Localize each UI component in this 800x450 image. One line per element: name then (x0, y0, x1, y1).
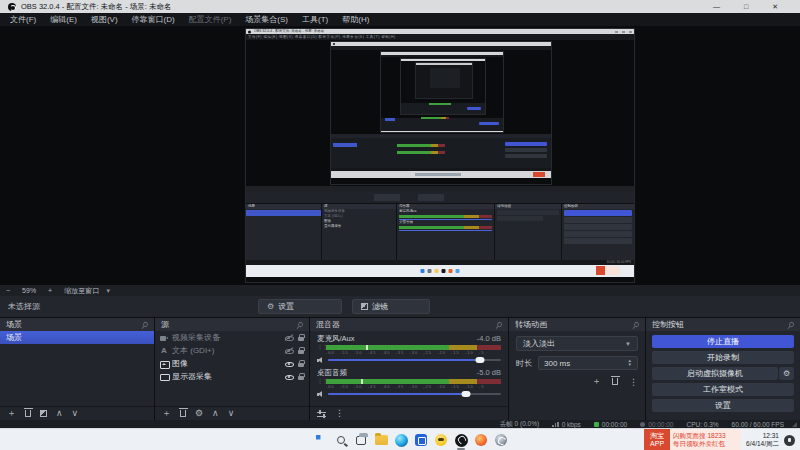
source-properties-button[interactable]: ⚙ 设置 (258, 299, 342, 314)
chevron-down-icon[interactable]: ▼ (105, 288, 111, 294)
orange-app-icon[interactable] (472, 430, 490, 450)
move-scene-up-button chevron-up-icon[interactable]: ∧ (56, 409, 63, 418)
meter-yellow-zone (449, 345, 477, 350)
pin-icon[interactable] (788, 321, 795, 328)
obs-app-icon[interactable] (452, 430, 470, 450)
slider-handle[interactable] (462, 391, 471, 397)
pin-icon[interactable] (633, 321, 640, 328)
visibility-toggle eye-off-icon[interactable] (285, 347, 294, 355)
menu-view[interactable]: 视图(V) (84, 13, 125, 26)
mixer-settings-button sliders-icon[interactable] (317, 410, 326, 418)
menu-profile[interactable]: 配置文件(P) (182, 13, 239, 26)
visibility-toggle eye-off-icon[interactable] (285, 334, 294, 342)
lock-icon[interactable] (298, 350, 304, 354)
lock-icon[interactable] (298, 363, 304, 367)
speaker-icon mute-toggle[interactable] (317, 356, 325, 364)
minimize-button[interactable]: — (713, 3, 720, 11)
move-source-down-button chevron-down-icon[interactable]: ∨ (228, 409, 235, 418)
source-row-text[interactable]: 文本 (GDI+) (155, 344, 309, 357)
pin-icon[interactable] (496, 321, 503, 328)
task-view-icon[interactable] (352, 430, 370, 450)
mini-meter (399, 226, 492, 229)
stop-streaming-button[interactable]: 停止直播 (652, 335, 794, 348)
mini-window-controls (615, 31, 632, 32)
zoom-out-button[interactable]: − (0, 287, 16, 294)
zoom-in-button[interactable]: + (42, 287, 58, 294)
add-scene-button[interactable]: ＋ (7, 409, 16, 418)
mini-slider (399, 230, 492, 231)
mixer-channel-mic: 麦克风/Aux -4.0 dB ⋮⋮ -60 -55 (317, 334, 501, 364)
studio-mode-button[interactable]: 工作室模式 (652, 383, 794, 396)
settings-button[interactable]: 设置 (652, 399, 794, 412)
meter-peak-marker (361, 379, 363, 384)
scenes-toolbar: ＋ ∧ ∨ (0, 406, 154, 420)
menu-file[interactable]: 文件(F) (3, 13, 43, 26)
menu-scene-collection[interactable]: 场景集合(S) (238, 13, 295, 26)
mini-banner (596, 266, 620, 275)
mixer-menu-button kebab-icon[interactable]: ⋮ (335, 409, 344, 418)
notification-icon[interactable] (784, 435, 795, 446)
taobao-promo-banner[interactable]: 淘宝 APP 闪购页面搜 18233 每日领取外卖红包 (644, 429, 741, 450)
start-virtual-camera-button[interactable]: 启动虚拟摄像机 (652, 367, 778, 380)
source-row-display-capture[interactable]: 显示器采集 (155, 370, 309, 383)
mini-source-toolbar (246, 192, 634, 203)
volume-slider[interactable] (328, 390, 501, 398)
transition-menu-button kebab-icon[interactable]: ⋮ (629, 377, 638, 387)
drag-handle-icon[interactable]: ⋮⋮ (317, 379, 323, 384)
gear-icon: ⚙ (267, 302, 274, 311)
source-row-video-capture[interactable]: 视频采集设备 (155, 331, 309, 344)
visibility-toggle eye-icon[interactable] (285, 373, 294, 381)
menu-tools[interactable]: 工具(T) (295, 13, 335, 26)
swirl-app-icon[interactable] (492, 430, 510, 450)
fit-to-window-dropdown[interactable]: 缩放至窗口 (58, 286, 105, 296)
blue-app-icon[interactable] (412, 430, 430, 450)
visibility-toggle eye-icon[interactable] (285, 360, 294, 368)
remove-source-button trash-icon[interactable] (180, 410, 186, 417)
menu-edit[interactable]: 编辑(E) (43, 13, 84, 26)
edge-browser-icon[interactable] (392, 430, 410, 450)
add-transition-button[interactable]: ＋ (592, 375, 601, 388)
file-explorer-icon[interactable] (372, 430, 390, 450)
start-recording-button[interactable]: 开始录制 (652, 351, 794, 364)
scene-filters-button filter-icon[interactable] (40, 410, 47, 417)
mixer-channel-desktop: 桌面音频 -5.0 dB ⋮⋮ -60 -55 -50 (317, 368, 501, 398)
move-scene-down-button chevron-down-icon[interactable]: ∨ (72, 409, 79, 418)
resize-grip[interactable] (792, 422, 797, 427)
source-row-image[interactable]: 图像 (155, 357, 309, 370)
mini-preview (246, 40, 634, 186)
menu-docks[interactable]: 停靠窗口(D) (125, 13, 182, 26)
streaming-status-icon (594, 422, 599, 427)
mini-obs-logo-icon (333, 43, 335, 45)
duration-input[interactable]: 300 ms ▲▼ (538, 356, 638, 370)
start-button windows-icon[interactable] (312, 430, 330, 450)
drag-handle-icon[interactable]: ⋮⋮ (317, 345, 323, 350)
scene-list-item[interactable]: 场景 (0, 331, 154, 344)
maximize-button[interactable]: □ (744, 3, 748, 11)
mini-record-button (505, 148, 547, 152)
slider-handle[interactable] (476, 357, 485, 363)
mini-record-button (564, 217, 632, 223)
transitions-panel-header: 转场动画 (509, 318, 645, 331)
pin-icon[interactable] (297, 321, 304, 328)
volume-slider[interactable] (328, 356, 501, 364)
taskbar-clock[interactable]: 12:31 6/4/14/周二 (746, 432, 779, 448)
menu-help[interactable]: 帮助(H) (335, 13, 376, 26)
transition-select[interactable]: 淡入淡出 ▼ (516, 336, 638, 351)
lock-icon[interactable] (298, 376, 304, 380)
source-filters-button[interactable]: 滤镜 (352, 299, 430, 314)
lock-icon[interactable] (298, 337, 304, 341)
preview-canvas[interactable]: OBS 32.0.4 - 配置文件: 未命名 - 场景: 未命名 文件(F) 编… (0, 26, 800, 285)
move-source-up-button chevron-up-icon[interactable]: ∧ (212, 409, 219, 418)
spinner-icons[interactable]: ▲▼ (628, 359, 632, 367)
add-source-button[interactable]: ＋ (162, 409, 171, 418)
yellow-app-icon[interactable] (432, 430, 450, 450)
pin-icon[interactable] (142, 321, 149, 328)
fps-counter: 60.00 / 60.00 FPS (732, 421, 784, 428)
remove-scene-button trash-icon[interactable] (25, 410, 31, 417)
remove-transition-button trash-icon[interactable] (612, 378, 618, 385)
virtual-camera-settings-button gear-icon[interactable]: ⚙ (779, 367, 794, 380)
speaker-icon mute-toggle[interactable] (317, 390, 325, 398)
close-button[interactable]: ✕ (772, 3, 778, 11)
search-icon[interactable] (332, 430, 350, 450)
source-properties-button gear-icon[interactable]: ⚙ (195, 409, 203, 418)
